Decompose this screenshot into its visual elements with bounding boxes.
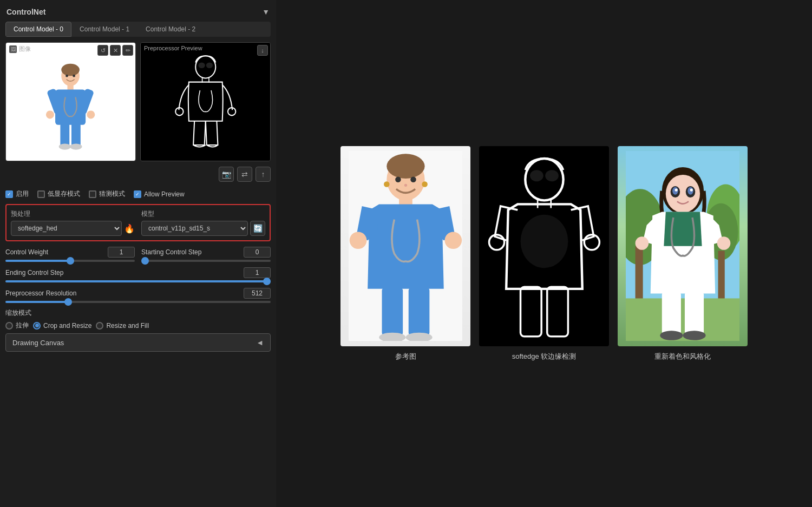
anime-caption: 重新着色和风格化 [654, 352, 711, 361]
checkboxes-row: 启用 低显存模式 猜测模式 Allow Preview [5, 187, 271, 201]
zoom-label: 缩放模式 [5, 308, 271, 318]
camera-action-button[interactable]: 📷 [219, 167, 234, 182]
control-weight-header: Control Weight 1 [5, 247, 135, 258]
crop-resize-radio[interactable]: Crop and Resize [33, 322, 91, 330]
svg-point-28 [444, 232, 462, 249]
ending-step-label: Ending Control Step [5, 269, 63, 276]
guess-mode-checkbox[interactable]: 猜测模式 [89, 189, 125, 199]
svg-rect-51 [626, 298, 740, 341]
svg-point-65 [683, 331, 705, 340]
edge-caption: softedge 软边缘检测 [512, 352, 577, 361]
low-vram-checkbox-box[interactable] [37, 190, 45, 198]
close-button[interactable]: ✕ [110, 45, 121, 56]
tab-control-model-2[interactable]: Control Model - 2 [137, 22, 204, 37]
preprocessor-resolution-slider[interactable] [5, 301, 271, 303]
two-col-sliders: Control Weight 1 Starting Control Step 0 [5, 247, 271, 262]
drawing-canvas-row[interactable]: Drawing Canvas ◄ [5, 333, 271, 352]
starting-step-col: Starting Control Step 0 [141, 247, 271, 262]
svg-point-23 [387, 154, 424, 179]
svg-point-34 [410, 176, 416, 182]
ending-step-row: Ending Control Step 1 [5, 267, 271, 282]
crop-resize-radio-circle[interactable] [33, 322, 41, 330]
edit-button[interactable]: ✏ [122, 45, 133, 56]
crop-resize-label: Crop and Resize [43, 322, 91, 330]
resize-fill-radio-circle[interactable] [96, 322, 103, 330]
svg-rect-3 [68, 85, 74, 90]
source-preview-controls: ↺ ✕ ✏ [97, 45, 133, 56]
tab-control-model-0[interactable]: Control Model - 0 [5, 22, 71, 37]
model-section: 预处理 softedge_hed canny depth openpose 🔥 … [5, 204, 271, 241]
preprocessor-select[interactable]: softedge_hed canny depth openpose [11, 221, 122, 236]
anime-result-image [618, 146, 748, 346]
svg-rect-63 [685, 292, 704, 334]
nurse-source-image [6, 43, 135, 161]
svg-point-42 [530, 170, 543, 181]
collapse-icon[interactable]: ▼ [262, 8, 270, 16]
starting-step-slider[interactable] [141, 260, 271, 262]
svg-point-14 [73, 75, 76, 77]
tab-control-model-1[interactable]: Control Model - 1 [71, 22, 137, 37]
ending-step-value[interactable]: 1 [244, 267, 271, 278]
guess-mode-label: 猜测模式 [99, 189, 125, 199]
low-vram-checkbox[interactable]: 低显存模式 [37, 189, 80, 199]
svg-point-43 [545, 170, 559, 181]
svg-point-24 [384, 181, 390, 187]
guess-mode-checkbox-box[interactable] [89, 190, 96, 198]
reference-image-box [340, 146, 470, 346]
starting-step-value[interactable]: 0 [244, 247, 271, 258]
reference-caption: 参考图 [395, 352, 416, 361]
panel-title: ControlNet [6, 8, 45, 16]
control-weight-label: Control Weight [5, 248, 48, 256]
preprocessor-preview-box: Preprocessor Preview ↓ [140, 42, 271, 161]
control-weight-slider[interactable] [5, 260, 135, 262]
previews-row: 🖼 图像 ↺ ✕ ✏ [5, 42, 271, 161]
svg-rect-29 [382, 287, 403, 336]
allow-preview-checkbox[interactable]: Allow Preview [134, 190, 185, 198]
reference-nurse-image [340, 146, 470, 346]
upload-action-button[interactable]: ↑ [256, 167, 271, 182]
svg-rect-10 [71, 123, 81, 146]
reference-nurse-svg [349, 151, 463, 341]
model-select[interactable]: control_v11p_sd15_s control_v11p_sd15_ca… [141, 221, 248, 236]
action-buttons-row: 📷 ⇄ ↑ [5, 164, 271, 184]
drawing-canvas-arrow: ◄ [256, 338, 264, 347]
enable-checkbox[interactable]: 启用 [5, 189, 29, 199]
svg-point-2 [62, 64, 80, 76]
control-weight-col: Control Weight 1 [5, 247, 135, 262]
preprocessor-preview-label: Preprocessor Preview [144, 45, 202, 51]
preprocessor-resolution-label: Preprocessor Resolution [5, 289, 76, 297]
svg-point-58 [675, 188, 677, 191]
source-image-box: 🖼 图像 ↺ ✕ ✏ [5, 42, 136, 161]
drawing-canvas-label: Drawing Canvas [12, 339, 64, 347]
preprocessor-label: 预处理 [11, 209, 135, 219]
model-refresh-button[interactable]: 🔄 [250, 221, 265, 236]
nurse-svg [40, 62, 101, 153]
svg-rect-9 [61, 123, 70, 146]
refresh-button[interactable]: ↺ [97, 45, 108, 56]
svg-point-44 [520, 215, 568, 268]
control-weight-value[interactable]: 1 [108, 247, 135, 258]
svg-point-12 [70, 143, 82, 149]
model-label: 模型 [141, 209, 265, 219]
svg-point-19 [198, 63, 205, 68]
stretch-radio-circle[interactable] [5, 322, 13, 330]
enable-checkbox-box[interactable] [5, 190, 13, 198]
svg-point-33 [395, 176, 401, 182]
allow-preview-checkbox-box[interactable] [134, 190, 141, 198]
svg-rect-15 [172, 51, 239, 152]
preprocessor-edge-image [141, 43, 270, 161]
svg-point-13 [66, 75, 69, 77]
edge-result-col: softedge 软边缘检测 [479, 146, 609, 361]
resize-fill-label: Resize and Fill [106, 322, 149, 330]
preprocessor-preview-controls: ↓ [257, 45, 268, 56]
preprocessor-resolution-value[interactable]: 512 [244, 288, 271, 299]
swap-action-button[interactable]: ⇄ [237, 167, 252, 182]
download-button[interactable]: ↓ [257, 45, 268, 56]
ending-step-slider[interactable] [5, 280, 271, 282]
svg-point-20 [206, 63, 213, 68]
svg-point-64 [660, 331, 683, 340]
resize-fill-radio[interactable]: Resize and Fill [96, 322, 149, 330]
starting-step-header: Starting Control Step 0 [141, 247, 271, 258]
svg-rect-30 [408, 287, 429, 336]
stretch-radio[interactable]: 拉伸 [5, 321, 29, 330]
